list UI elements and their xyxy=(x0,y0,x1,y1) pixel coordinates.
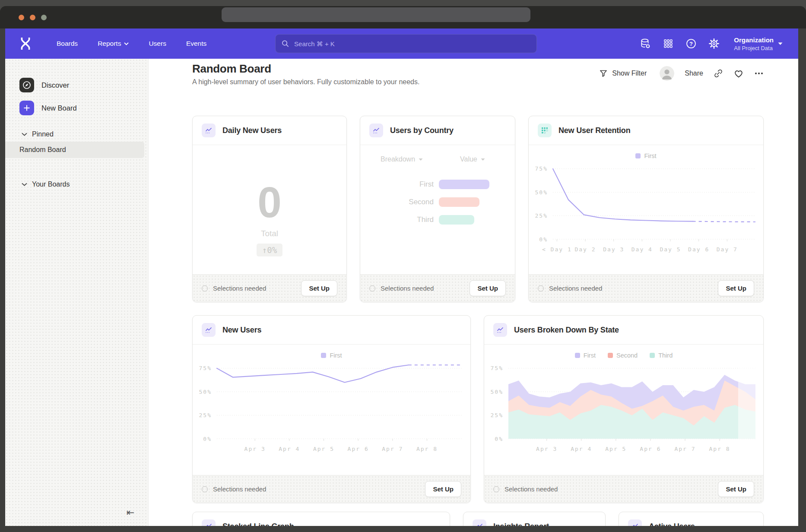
desktop-background: Boards Reports Users Events xyxy=(0,0,806,532)
card-stacked-line-graph: Stacked Line Graph xyxy=(192,512,450,526)
x-axis-tick: Apr 6 xyxy=(348,446,369,452)
value-dropdown[interactable]: Value xyxy=(460,155,485,163)
line-chart-icon xyxy=(202,124,216,137)
nav-item-label: Events xyxy=(186,40,206,48)
show-filter-button[interactable]: Show Filter xyxy=(599,69,647,78)
browser-window: Boards Reports Users Events xyxy=(0,6,806,532)
status-circle-icon xyxy=(493,486,499,492)
pinned-section-toggle[interactable]: Pinned xyxy=(21,130,144,138)
metric-value: 0 xyxy=(257,180,282,224)
section-label: Pinned xyxy=(32,130,54,138)
window-minimize-button[interactable] xyxy=(30,15,35,20)
mixpanel-logo-icon[interactable] xyxy=(19,37,32,51)
line-chart-icon xyxy=(493,323,507,337)
x-axis-tick: Apr 6 xyxy=(640,446,661,452)
apps-grid-icon[interactable] xyxy=(663,38,674,49)
country-row-bar xyxy=(439,197,479,207)
x-axis-tick: Apr 8 xyxy=(709,446,730,452)
country-row: Third xyxy=(360,215,515,225)
line-series-forecast xyxy=(693,222,755,222)
settings-gear-icon[interactable] xyxy=(708,38,720,49)
legend-item[interactable]: First xyxy=(575,352,596,359)
dropdown-label: Value xyxy=(460,155,477,163)
legend-item[interactable]: Third xyxy=(650,352,673,359)
setup-button[interactable]: Set Up xyxy=(718,280,754,296)
collapse-sidebar-icon[interactable]: ⇤ xyxy=(124,506,137,519)
x-axis-tick: Apr 3 xyxy=(244,446,266,452)
dropdown-label: Breakdown xyxy=(381,155,415,163)
metric-caption: Total xyxy=(261,229,278,238)
setup-button[interactable]: Set Up xyxy=(718,481,754,497)
y-axis-tick: 0% xyxy=(539,236,548,243)
setup-button[interactable]: Set Up xyxy=(425,481,461,497)
card-active-users: Active Users xyxy=(619,512,764,526)
favorite-button[interactable] xyxy=(733,69,744,78)
breakdown-dropdown[interactable]: Breakdown xyxy=(381,155,423,163)
retention-chart-svg: 75%50%25%0%< Day 1Day 2Day 3Day 4Day 5Da… xyxy=(529,161,763,256)
y-axis-tick: 25% xyxy=(535,212,548,219)
address-bar[interactable] xyxy=(222,7,530,22)
top-navbar: Boards Reports Users Events xyxy=(5,28,798,59)
section-label: Your Boards xyxy=(32,180,70,188)
by-state-chart: 75%50%25%0%Apr 3Apr 4Apr 5Apr 6Apr 7Apr … xyxy=(484,360,763,455)
card-title: Stacked Line Graph xyxy=(222,522,294,526)
setup-button[interactable]: Set Up xyxy=(470,280,506,296)
legend-label: Second xyxy=(616,352,638,359)
x-axis-tick: Apr 5 xyxy=(605,446,626,452)
window-close-button[interactable] xyxy=(19,15,24,20)
nav-item-events[interactable]: Events xyxy=(176,40,216,48)
legend-item[interactable]: First xyxy=(321,352,342,359)
board-actions: Show Filter Share xyxy=(599,66,764,81)
country-bar-rows: FirstSecondThird xyxy=(360,180,515,233)
sidebar-item-discover[interactable]: Discover xyxy=(19,78,144,92)
y-axis-tick: 50% xyxy=(535,189,548,196)
nav-right: ? xyxy=(640,28,798,59)
legend-swatch-icon xyxy=(321,353,326,358)
status-circle-icon xyxy=(538,285,544,291)
window-zoom-button[interactable] xyxy=(41,15,47,20)
x-axis-tick: Apr 5 xyxy=(313,446,334,452)
legend-label: First xyxy=(644,152,656,159)
nav-item-reports[interactable]: Reports xyxy=(88,40,139,48)
x-axis-tick: < Day 1 xyxy=(542,246,572,253)
global-search[interactable] xyxy=(275,34,537,53)
search-input[interactable] xyxy=(293,40,530,48)
x-axis-tick: Apr 4 xyxy=(279,446,300,452)
line-chart-icon xyxy=(202,519,216,526)
country-row-bar xyxy=(439,180,489,189)
new-board-button[interactable]: New Board xyxy=(19,101,144,115)
x-axis-tick: Day 4 xyxy=(631,246,653,253)
nav-item-label: Boards xyxy=(57,40,78,48)
status-circle-icon xyxy=(202,285,208,291)
setup-button[interactable]: Set Up xyxy=(301,280,337,296)
nav-item-users[interactable]: Users xyxy=(139,40,176,48)
legend-item[interactable]: First xyxy=(635,152,656,159)
line-chart-icon xyxy=(473,519,486,526)
status-circle-icon xyxy=(369,285,375,291)
y-axis-tick: 75% xyxy=(199,365,212,371)
copy-link-button[interactable] xyxy=(714,69,723,78)
link-icon xyxy=(714,69,723,78)
avatar[interactable] xyxy=(660,66,674,81)
legend-item[interactable]: Second xyxy=(608,352,638,359)
org-name: Organization xyxy=(734,36,774,44)
nav-left: Boards Reports Users Events xyxy=(5,37,216,51)
chevron-down-icon xyxy=(21,181,28,188)
data-management-icon[interactable] xyxy=(640,38,651,49)
help-icon[interactable]: ? xyxy=(685,38,697,49)
nav-item-boards[interactable]: Boards xyxy=(47,40,88,48)
sidebar-board-item-random-board[interactable]: Random Board xyxy=(5,142,144,158)
retention-chart-body: First 75%50%25%0%< Day 1Day 2Day 3Day 4D… xyxy=(529,145,763,274)
chevron-down-icon xyxy=(778,42,783,45)
more-options-button[interactable] xyxy=(754,72,764,75)
legend-label: First xyxy=(330,352,342,359)
status-circle-icon xyxy=(202,486,208,492)
card-title: Users by Country xyxy=(390,126,454,135)
chevron-down-icon xyxy=(124,42,129,45)
your-boards-section-toggle[interactable]: Your Boards xyxy=(21,180,144,188)
retention-chart: 75%50%25%0%< Day 1Day 2Day 3Day 4Day 5Da… xyxy=(529,161,763,256)
ellipsis-icon xyxy=(754,72,764,75)
legend-swatch-icon xyxy=(575,353,580,358)
org-switcher[interactable]: Organization All Project Data xyxy=(731,36,783,51)
share-button[interactable]: Share xyxy=(685,70,703,77)
